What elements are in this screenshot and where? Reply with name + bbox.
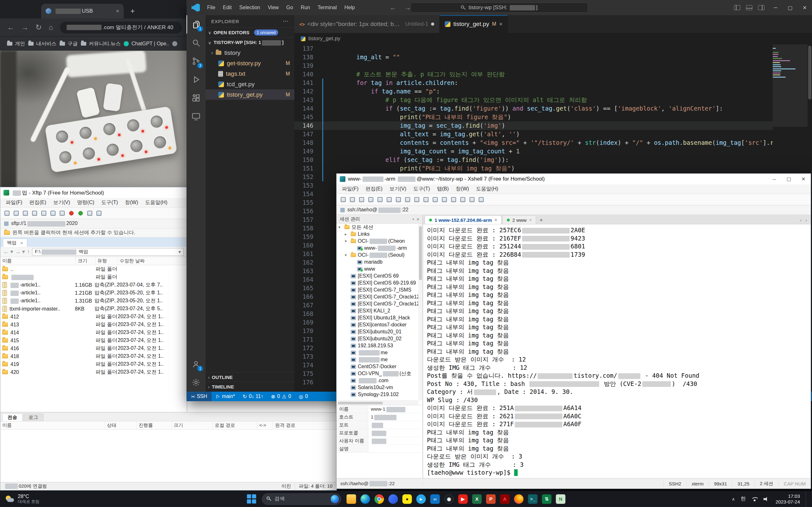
status-extra[interactable]: ◎ 0 (295, 392, 312, 401)
queue-icon[interactable] (86, 210, 93, 217)
browser-tab[interactable]: USB × (41, 4, 124, 18)
close-tab-icon[interactable]: × (499, 21, 503, 27)
session-tree-item[interactable]: ▾모든 세션 (337, 224, 418, 231)
reload-icon[interactable]: ↻ (36, 23, 42, 32)
nav-back-icon[interactable]: ← ▾ (3, 248, 13, 255)
tab-scroll-icons[interactable]: ‹ › (800, 218, 808, 223)
session-tree-item[interactable]: [ESXi]centos7-docker (337, 321, 418, 328)
close-panel-icon[interactable]: × (416, 216, 419, 222)
back-icon[interactable]: ← (7, 23, 14, 32)
horizontal-scrollbar[interactable] (337, 400, 418, 405)
menu-item[interactable]: 편집(E) (362, 185, 386, 193)
file-row[interactable]: -article1..1.16GB압축(ZIP..2023-07-04, 오후 … (0, 281, 187, 289)
find-icon[interactable] (395, 196, 402, 203)
session-tree-item[interactable]: [ESXI] CentOS-7_ISMS (337, 286, 418, 293)
taskbar-app-chrome[interactable] (372, 492, 386, 506)
session-tree-item[interactable]: mariadb (337, 259, 418, 266)
file-row[interactable]: -article1..1.31GB압축(ZIP..2023-05-20, 오전 … (0, 297, 187, 305)
menu-item[interactable]: View (264, 4, 282, 11)
column-header[interactable]: 로컬 경로 (213, 421, 257, 429)
problems-indicator[interactable]: ⊗ 0 ⚠ 0 (267, 392, 295, 401)
copy-icon[interactable] (367, 196, 374, 203)
file-row[interactable]: 416파일 폴더2023-07-24, 오전 1.. (0, 344, 187, 352)
explorer-item[interactable]: tistory_get.pyM (206, 89, 294, 100)
home-icon[interactable]: ⌂ (49, 23, 53, 32)
activity-extensions[interactable] (187, 89, 206, 107)
new-terminal-tab-button[interactable]: + (537, 216, 545, 224)
session-tree-item[interactable]: [ESXI] Ubuntu18_Hack (337, 314, 418, 321)
taskbar-app-powerpoint[interactable]: P (484, 492, 498, 506)
bookmark-item[interactable]: 커뮤니티.뉴스 (81, 41, 120, 47)
weather-widget[interactable]: 28°C 대체로 흐림 (0, 491, 45, 507)
transfer-tab[interactable]: 로그 (23, 413, 44, 421)
activity-search[interactable] (187, 34, 206, 52)
taskbar-app-telegram[interactable]: ▸ (414, 492, 428, 506)
transfer-tab[interactable]: 전송 (2, 413, 22, 421)
pin-icon[interactable]: ▪ (413, 217, 414, 222)
tab-close-icon[interactable]: × (20, 240, 23, 245)
help-icon[interactable] (478, 196, 485, 203)
nav-up-icon[interactable]: ↑ (27, 249, 30, 255)
clock[interactable]: 17:03 2023-07-24 (775, 493, 800, 505)
xshell-title-bar[interactable]: www--arm @www:~/tistory-wp - Xshell 7 (F… (337, 174, 811, 184)
stop-transfer-red-icon[interactable] (68, 210, 75, 217)
column-header[interactable]: 이름 (0, 421, 105, 429)
file-row[interactable]: ..파일 폴더 (0, 265, 187, 273)
git-branch[interactable]: main* (212, 392, 239, 401)
menu-item[interactable]: 보기(V) (386, 185, 410, 193)
session-tree-item[interactable]: [ESXI] CentOS 69 (337, 273, 418, 279)
ime-indicator[interactable]: 한 (741, 496, 746, 502)
minimize-icon[interactable]: ─ (768, 0, 783, 15)
file-row[interactable]: -article1..1.21GB압축(ZIP..2023-05-20, 오후 … (0, 289, 187, 297)
file-row[interactable]: 418파일 폴더2023-07-24, 오전 1.. (0, 352, 187, 360)
new-terminal-icon[interactable] (404, 196, 411, 203)
tab-close-icon[interactable]: × (116, 8, 119, 14)
column-header[interactable]: 크기 (76, 257, 96, 265)
session-tree-item[interactable]: [ESXI] CentOS-7_Oracle12c-I (337, 300, 418, 307)
minimap-slider[interactable] (773, 44, 808, 127)
breadcrumb[interactable]: tistory_get.py (294, 33, 812, 44)
workspace-section[interactable]: ∨ TISTORY-WP [SSH: 1] (206, 38, 294, 48)
column-header[interactable]: 상태 (105, 421, 137, 429)
new-file-transfer-icon[interactable] (468, 196, 475, 203)
activity-remote-explorer[interactable] (187, 107, 206, 125)
up-icon[interactable] (40, 210, 47, 217)
column-header[interactable]: 크기 (171, 421, 213, 429)
session-tree-item[interactable]: OCI-VPN_(산호 (337, 370, 418, 377)
menu-item[interactable]: 파일(F) (339, 185, 362, 193)
taskbar-app-xshell[interactable]: >_ (526, 492, 540, 506)
xftp-address[interactable]: sftp://12020 (11, 221, 78, 226)
undo-icon[interactable] (386, 196, 393, 203)
bookmark-item[interactable]: ChatGPT | Ope.. (124, 41, 169, 47)
save-session-icon[interactable] (358, 196, 365, 203)
session-tree-item[interactable]: [ESXI] CentOS 69-219.69 (337, 279, 418, 286)
session-tree-item[interactable]: [ESXI] KALI_2 (337, 307, 418, 314)
outline-section[interactable]: › OUTLINE (206, 372, 294, 382)
session-tree-item[interactable]: me (337, 349, 418, 356)
menu-item[interactable]: Help (341, 4, 358, 11)
help-icon[interactable] (96, 210, 102, 217)
menu-item[interactable]: Edit (219, 4, 235, 11)
open-session-dialog-icon[interactable] (13, 210, 20, 217)
fullscreen-icon[interactable] (450, 196, 457, 203)
session-tree-item[interactable]: me (337, 356, 418, 363)
bookmark-item[interactable]: 개인 (7, 41, 25, 47)
menu-item[interactable]: Go (283, 4, 297, 11)
taskbar-app-notepad-plus[interactable]: N (554, 492, 568, 506)
address-bar[interactable]: .com 멀티충전기 / ANKER 40 (60, 21, 182, 34)
toggle-panel-icon[interactable] (746, 5, 752, 10)
session-tree-item[interactable]: www (337, 266, 418, 273)
remote-indicator[interactable]: >< SSH (187, 392, 212, 401)
toggle-secondary-sidebar-icon[interactable] (758, 5, 764, 10)
more-actions-icon[interactable]: ⋯ (283, 18, 289, 25)
start-button[interactable] (245, 494, 259, 504)
file-row[interactable]: ttxml-importer-master..8KB압축(ZIP..2023-0… (0, 305, 187, 313)
transfer-left-icon[interactable] (49, 210, 56, 217)
column-header[interactable]: <-> (257, 421, 273, 429)
activity-account[interactable]: 1 (187, 355, 206, 373)
session-tab-backup[interactable]: 백업 × (3, 239, 27, 247)
taskbar-app-vscode[interactable]: ‹› (428, 492, 442, 506)
column-header[interactable]: 진행률 (137, 421, 171, 429)
bookmark-item[interactable]: 구글 (60, 41, 78, 47)
minimize-icon[interactable]: ─ (767, 174, 781, 184)
